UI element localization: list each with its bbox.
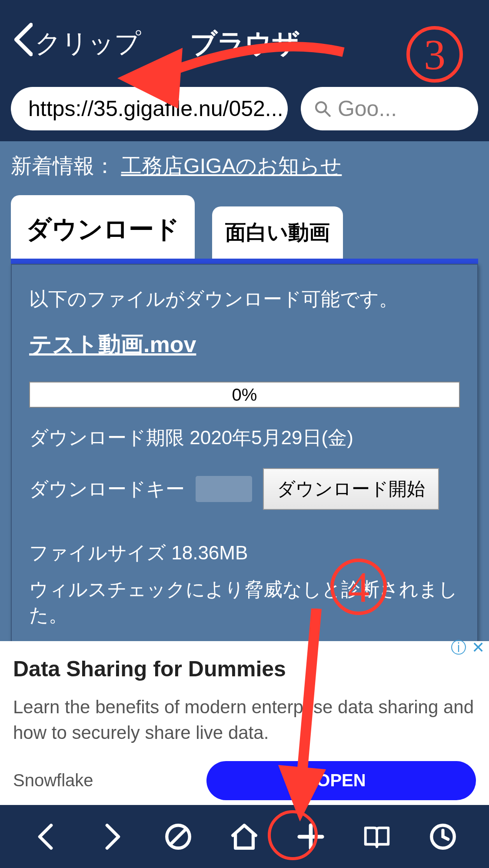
tab-download[interactable]: ダウンロード (11, 195, 195, 259)
download-virus: ウィルスチェックにより脅威なしと診断されました。 (29, 577, 460, 628)
top-nav: クリップ ブラウザ (0, 0, 489, 87)
download-filename[interactable]: テスト動画.mov (29, 329, 196, 360)
ad-close-icon[interactable]: ✕ (469, 639, 487, 656)
tab-videos[interactable]: 面白い動画 (212, 206, 343, 259)
news-link[interactable]: 工務店GIGAのお知らせ (121, 154, 342, 177)
progress-bar: 0% (29, 382, 460, 408)
ad-title: Data Sharing for Dummies (13, 656, 476, 682)
back-label[interactable]: クリップ (35, 26, 141, 61)
svg-line-3 (170, 828, 187, 845)
page-content: 新着情報： 工務店GIGAのお知らせ ダウンロード 面白い動画 以下のファイルが… (0, 141, 489, 641)
ad-brand: Snowflake (13, 771, 93, 790)
download-key-label: ダウンロードキー (29, 476, 185, 502)
add-icon[interactable] (293, 819, 328, 854)
download-key-row: ダウンロードキー ダウンロード開始 (29, 468, 460, 510)
tab-underline (11, 259, 478, 264)
ad-open-button[interactable]: OPEN (206, 761, 476, 800)
ad-info-icon[interactable]: ⓘ (450, 639, 467, 656)
back-chevron-icon[interactable] (13, 21, 33, 66)
tabs: ダウンロード 面白い動画 (11, 195, 478, 259)
page-title: ブラウザ (190, 25, 299, 62)
nav-forward-icon[interactable] (95, 819, 130, 854)
download-key-input[interactable] (196, 476, 252, 502)
block-icon[interactable] (161, 819, 196, 854)
news-label: 新着情報： (11, 154, 115, 177)
bottom-toolbar (0, 805, 489, 868)
news-row: 新着情報： 工務店GIGAのお知らせ (11, 152, 478, 180)
download-expire: ダウンロード期限 2020年5月29日(金) (29, 425, 460, 451)
search-placeholder: Goo... (338, 96, 397, 121)
download-size: ファイルサイズ 18.36MB (29, 540, 460, 566)
ad-description: Learn the benefits of modern enterprise … (13, 695, 476, 746)
search-icon (314, 100, 331, 117)
book-icon[interactable] (359, 819, 394, 854)
download-panel: 以下のファイルがダウンロード可能です。 テスト動画.mov 0% ダウンロード期… (11, 264, 478, 641)
url-bar[interactable]: https://35.gigafile.nu/052... (11, 87, 288, 130)
search-bar[interactable]: Goo... (301, 87, 478, 130)
download-intro: 以下のファイルがダウンロード可能です。 (29, 286, 460, 312)
svg-line-1 (325, 111, 330, 116)
home-icon[interactable] (227, 819, 262, 854)
ad-banner: ⓘ ✕ Data Sharing for Dummies Learn the b… (0, 641, 489, 805)
url-row: https://35.gigafile.nu/052... Goo... (0, 87, 489, 141)
download-start-button[interactable]: ダウンロード開始 (263, 468, 439, 510)
history-icon[interactable] (426, 819, 460, 854)
nav-back-icon[interactable] (29, 819, 63, 854)
